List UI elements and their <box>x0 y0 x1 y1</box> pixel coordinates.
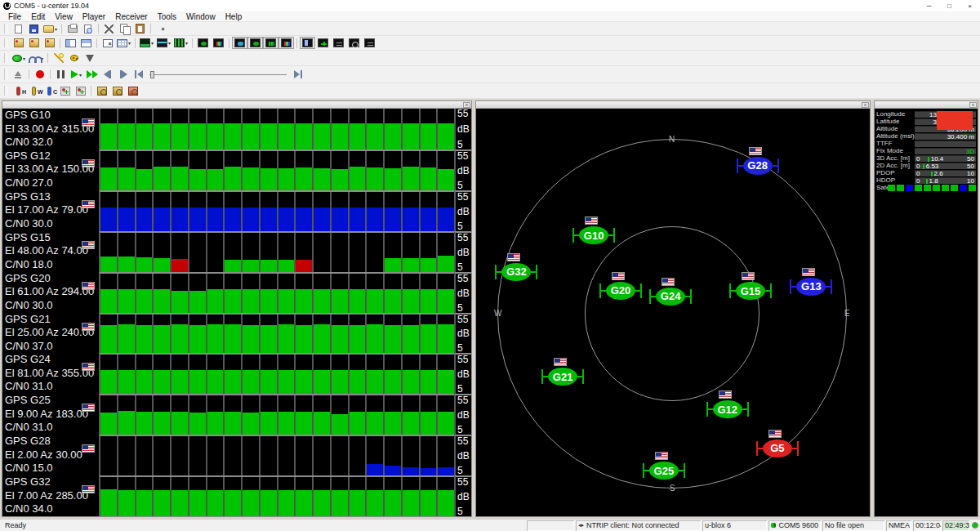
paste-button[interactable] <box>132 23 148 35</box>
new-config-view-button[interactable] <box>42 37 57 49</box>
save-file-button[interactable] <box>26 23 42 35</box>
menu-window[interactable]: Window <box>181 12 220 21</box>
cno-history-bar <box>261 490 277 517</box>
menu-tools[interactable]: Tools <box>153 12 181 21</box>
menu-view[interactable]: View <box>50 12 78 21</box>
save-configuration-button[interactable] <box>109 85 125 97</box>
close-view-button[interactable]: × <box>100 37 115 49</box>
minimize-button[interactable]: ─ <box>919 0 939 11</box>
cno-history-bar <box>385 258 401 271</box>
signal-view-toggle-button[interactable] <box>247 37 263 49</box>
chart-column <box>296 151 314 190</box>
signal-history-chart: GPS G10El 33.00 Az 315.00C/N0 32.055dB5G… <box>2 109 471 516</box>
camera-view-toggle-button[interactable] <box>232 37 247 49</box>
chart-column <box>136 395 154 435</box>
print-button[interactable] <box>65 23 80 35</box>
fast-forward-button[interactable] <box>84 69 100 81</box>
player-slider-thumb[interactable] <box>150 71 154 78</box>
chart-column <box>332 151 350 190</box>
cno-history-bar <box>421 370 437 395</box>
com-port-icon <box>771 523 776 528</box>
message-rate-button[interactable] <box>73 85 88 97</box>
chart-column <box>207 436 225 475</box>
debug-messages-button[interactable] <box>66 52 82 65</box>
cno-history-bar <box>385 168 401 190</box>
cno-history-bar <box>172 167 188 190</box>
hotkeys-button[interactable] <box>82 52 97 65</box>
tick-right <box>765 290 770 292</box>
chart-column <box>207 315 225 354</box>
maximize-button[interactable]: □ <box>939 0 960 11</box>
chart-column <box>172 151 189 190</box>
binary-console-toggle-button[interactable] <box>331 37 346 49</box>
close-view-icon[interactable]: x <box>969 102 977 108</box>
cno-history-bar <box>207 123 224 149</box>
earth-view-toggle-button[interactable] <box>278 37 294 49</box>
chart-column <box>296 274 314 313</box>
record-button[interactable] <box>32 69 47 81</box>
toolbar-separator <box>47 53 48 63</box>
chart-view-button[interactable]: ▾ <box>138 37 155 49</box>
statistic-view-toggle-button[interactable] <box>263 37 278 49</box>
menu-player[interactable]: Player <box>78 12 110 21</box>
cut-button[interactable] <box>101 23 117 35</box>
new-message-view-button[interactable] <box>26 37 42 49</box>
open-file-button[interactable]: ▾ <box>42 23 59 35</box>
step-forward-button[interactable] <box>115 69 131 81</box>
satellite-square <box>951 185 958 191</box>
copy-button[interactable] <box>117 23 132 35</box>
menu-receiver[interactable]: Receiver <box>110 12 152 21</box>
play-button[interactable]: ▾ <box>69 69 84 81</box>
data-row: Satellites <box>875 184 978 191</box>
load-configuration-button[interactable] <box>94 85 109 97</box>
view-layout-button[interactable]: ▾ <box>115 37 132 49</box>
chart-column <box>403 355 421 394</box>
jump-to-start-button[interactable] <box>131 69 146 81</box>
player-slider[interactable] <box>149 70 287 79</box>
close-connection-button[interactable]: × <box>154 23 169 35</box>
world-view-toggle-button[interactable] <box>211 37 226 49</box>
print-preview-button[interactable] <box>80 23 96 35</box>
chart-column <box>154 436 172 475</box>
histogram-view-button[interactable]: ▾ <box>172 37 189 49</box>
hot-start-button[interactable]: H <box>11 85 26 97</box>
new-packet-view-button[interactable] <box>11 37 26 49</box>
close-view-icon[interactable]: x <box>463 102 470 108</box>
cold-start-button[interactable]: C <box>42 85 57 97</box>
cno-history-bar <box>136 325 153 353</box>
custom-view-toggle-button[interactable] <box>362 37 377 49</box>
compass-view-toggle-button[interactable] <box>315 37 331 49</box>
step-back-button[interactable] <box>100 69 115 81</box>
menu-file[interactable]: File <box>3 12 26 21</box>
split-horizontal-button[interactable] <box>63 37 78 49</box>
close-button[interactable]: × <box>960 0 980 11</box>
chart-column <box>385 395 403 435</box>
receiver-connection-button[interactable]: ▾ <box>11 52 27 65</box>
menu-help[interactable]: Help <box>220 12 247 21</box>
deviation-view-button[interactable]: ▾ <box>155 37 172 49</box>
chart-column <box>367 274 385 313</box>
data-panel: x Longitude13Latitude3Altitude66.200 mAl… <box>874 100 978 517</box>
pause-button[interactable] <box>53 69 69 81</box>
scale-label: 5 <box>457 384 471 394</box>
sky-view-toggle-button[interactable] <box>195 37 211 49</box>
new-file-button[interactable] <box>11 23 26 35</box>
docking-windows-toggle-button[interactable] <box>300 37 315 49</box>
jump-to-end-button[interactable] <box>290 69 305 81</box>
warm-start-button[interactable]: W <box>26 85 42 97</box>
autobauding-button[interactable] <box>51 52 66 65</box>
clock-view-toggle-button[interactable] <box>346 37 362 49</box>
cno-history-bar <box>189 207 206 231</box>
scale-label: 55 <box>457 151 471 161</box>
cno-history-bar <box>314 207 330 231</box>
chart-column <box>314 477 332 516</box>
gnss-config-button[interactable] <box>57 85 73 97</box>
baudrate-button[interactable]: ▾ <box>27 52 45 65</box>
clear-configuration-button[interactable] <box>125 85 140 97</box>
split-vertical-button[interactable] <box>78 37 94 49</box>
chart-column <box>136 151 154 190</box>
menu-edit[interactable]: Edit <box>26 12 50 21</box>
eject-button[interactable] <box>11 69 26 81</box>
chart-column <box>367 192 385 231</box>
close-view-icon[interactable]: x <box>862 102 869 108</box>
